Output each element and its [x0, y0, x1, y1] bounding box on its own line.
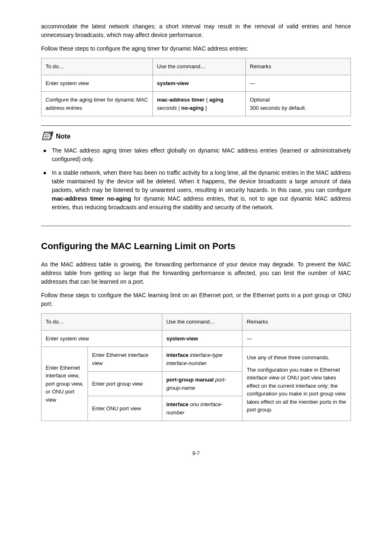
mac-learning-table: To do… Use the command… Remarks Enter sy… — [41, 313, 351, 421]
cmd-arg: seconds — [157, 105, 177, 111]
intro-paragraph-1: accommodate the latest network changes; … — [41, 22, 351, 39]
cell-sub-todo: Enter Ethernet interface view — [88, 347, 162, 372]
cmd-keyword: mac-address timer no-aging — [52, 195, 131, 202]
col-remarks: Remarks — [245, 58, 350, 75]
list-item: In a stable network, when there has been… — [41, 169, 351, 212]
col-todo: To do… — [42, 314, 162, 331]
cmd-keyword: mac-address timer — [157, 97, 205, 103]
cell-todo: Configure the aging timer for dynamic MA… — [42, 92, 153, 116]
remark-line: Use any of these three commands. — [247, 354, 346, 362]
cell-todo: Enter system view — [42, 330, 162, 347]
cell-todo: Enter system view — [42, 75, 153, 92]
cmd-keyword: interface — [166, 401, 189, 407]
col-command: Use the command… — [153, 58, 246, 75]
cmd-text: | — [177, 105, 182, 111]
note-text: In a stable network, when there has been… — [52, 169, 351, 193]
section-paragraph-2: Follow these steps to configure the MAC … — [41, 291, 351, 308]
cell-command: mac-address timer { aging seconds | no-a… — [153, 92, 246, 116]
cell-group-todo: Enter Ethernet interface view, port grou… — [42, 347, 88, 421]
note-label: Note — [56, 132, 71, 141]
cmd-keyword: system-view — [157, 80, 189, 86]
cell-remarks: Use any of these three commands. The con… — [242, 347, 351, 421]
note-box: Note The MAC address aging timer takes e… — [41, 125, 351, 226]
cmd-keyword: aging — [209, 97, 224, 103]
cell-sub-todo: Enter port group view — [88, 372, 162, 396]
cmd-keyword: system-view — [166, 335, 198, 342]
note-list: The MAC address aging timer takes effect… — [41, 146, 351, 212]
page-container: accommodate the latest network changes; … — [0, 0, 392, 474]
section-title: Configuring the MAC Learning Limit on Po… — [41, 239, 351, 253]
table-header-row: To do… Use the command… Remarks — [42, 58, 351, 75]
col-todo: To do… — [42, 58, 153, 75]
cell-remarks: — — [245, 75, 350, 92]
cmd-text: } — [204, 105, 207, 111]
remark-line: Optional — [250, 96, 346, 104]
cell-command: system-view — [162, 330, 242, 347]
cell-command: system-view — [153, 75, 246, 92]
note-heading: Note — [41, 132, 351, 141]
cmd-keyword: interface — [166, 352, 189, 358]
table-row: Enter Ethernet interface view, port grou… — [42, 347, 351, 372]
table-row: Enter system view system-view — — [42, 330, 351, 347]
section-paragraph-1: As the MAC address table is growing, the… — [41, 260, 351, 286]
table-header-row: To do… Use the command… Remarks — [42, 314, 351, 331]
cell-sub-todo: Enter ONU port view — [88, 396, 162, 421]
col-remarks: Remarks — [242, 314, 351, 331]
cell-remarks: — — [242, 330, 351, 347]
cmd-text: { — [205, 97, 210, 103]
cell-remarks: Optional 300 seconds by default. — [245, 92, 350, 116]
cmd-keyword: port-group manual — [166, 377, 214, 383]
cmd-keyword: no-aging — [181, 105, 204, 111]
cell-command: interface onu interface-number — [162, 396, 242, 421]
table-row: Configure the aging timer for dynamic MA… — [42, 92, 351, 116]
cell-command: port-group manual port-group-name — [162, 372, 242, 396]
page-number: 9-7 — [41, 450, 351, 457]
intro-paragraph-2: Follow these steps to configure the agin… — [41, 44, 351, 53]
note-icon — [41, 132, 53, 141]
list-item: The MAC address aging timer takes effect… — [41, 146, 351, 164]
aging-timer-table: To do… Use the command… Remarks Enter sy… — [41, 58, 351, 116]
col-command: Use the command… — [162, 314, 242, 331]
cell-command: interface interface-type interface-numbe… — [162, 347, 242, 372]
remark-line: The configuration you make in Ethernet i… — [247, 366, 346, 414]
table-row: Enter system view system-view — — [42, 75, 351, 92]
remark-line: 300 seconds by default. — [250, 104, 346, 112]
